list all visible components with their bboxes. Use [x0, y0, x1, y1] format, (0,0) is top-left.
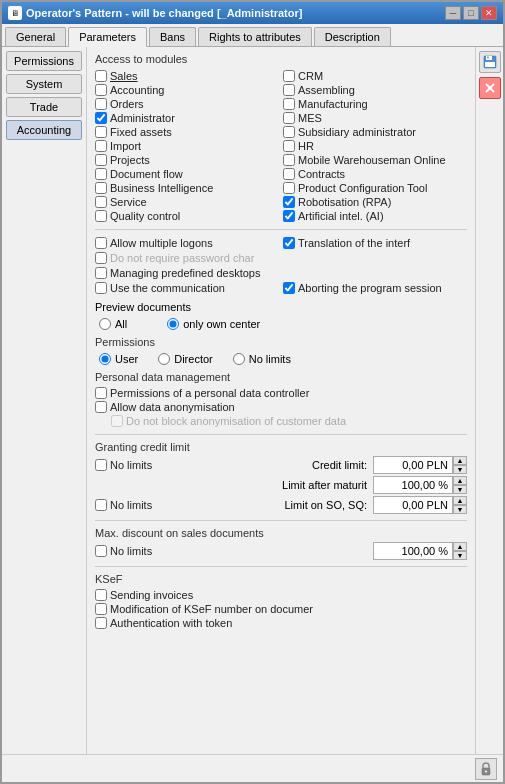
module-rpa-checkbox[interactable]: [283, 196, 295, 208]
module-ai-checkbox[interactable]: [283, 210, 295, 222]
module-administrator: Administrator: [95, 111, 279, 125]
module-import-checkbox[interactable]: [95, 140, 107, 152]
preview-all-radio[interactable]: [99, 318, 111, 330]
preview-docs-radios: All only own center: [95, 316, 467, 332]
module-manufacturing-label: Manufacturing: [298, 98, 368, 110]
module-docflow: Document flow: [95, 167, 279, 181]
ksef-auth-token: Authentication with token: [95, 616, 467, 630]
module-crm-checkbox[interactable]: [283, 70, 295, 82]
preview-all-option: All: [99, 316, 127, 332]
module-contracts: Contracts: [283, 167, 467, 181]
module-mobile-warehouse: Mobile Warehouseman Online: [283, 153, 467, 167]
ksef-modification-checkbox[interactable]: [95, 603, 107, 615]
preview-docs-section: Preview documents All only own center: [95, 301, 467, 332]
ksef-section: KSeF Sending invoices Modification of KS…: [95, 573, 467, 630]
module-fixed-assets-checkbox[interactable]: [95, 126, 107, 138]
perm-nolimits-radio[interactable]: [233, 353, 245, 365]
discount-nolimits-checkbox[interactable]: [95, 545, 107, 557]
discount-input[interactable]: [373, 542, 453, 560]
module-subsidiary-admin-checkbox[interactable]: [283, 126, 295, 138]
opt-abort-session-label: Aborting the program session: [298, 282, 442, 294]
module-quality-checkbox[interactable]: [95, 210, 107, 222]
module-import: Import: [95, 139, 279, 153]
opt-use-communication-checkbox[interactable]: [95, 282, 107, 294]
minimize-button[interactable]: ─: [445, 6, 461, 20]
preview-own-radio[interactable]: [167, 318, 179, 330]
credit-so-spin-up[interactable]: ▲: [453, 496, 467, 505]
credit-nolimits1-checkbox[interactable]: [95, 459, 107, 471]
left-btn-trade[interactable]: Trade: [6, 97, 82, 117]
module-sales-checkbox[interactable]: [95, 70, 107, 82]
discount-nolimits: No limits: [95, 544, 152, 558]
discount-spin-down[interactable]: ▼: [453, 551, 467, 560]
module-mobile-warehouse-checkbox[interactable]: [283, 154, 295, 166]
left-panel: Permissions System Trade Accounting: [2, 47, 87, 754]
module-manufacturing-checkbox[interactable]: [283, 98, 295, 110]
module-service-checkbox[interactable]: [95, 196, 107, 208]
credit-maturity-spin-down[interactable]: ▼: [453, 485, 467, 494]
credit-row2: Limit after maturit ▲ ▼: [95, 476, 467, 494]
opt-no-password-checkbox[interactable]: [95, 252, 107, 264]
module-mes-checkbox[interactable]: [283, 112, 295, 124]
module-projects-label: Projects: [110, 154, 150, 166]
left-btn-accounting[interactable]: Accounting: [6, 120, 82, 140]
no-block-anonymisation-checkbox[interactable]: [111, 415, 123, 427]
credit-maturity-spin-up[interactable]: ▲: [453, 476, 467, 485]
module-docflow-checkbox[interactable]: [95, 168, 107, 180]
module-contracts-checkbox[interactable]: [283, 168, 295, 180]
personal-data-title: Personal data management: [95, 371, 467, 383]
personal-data-controller-checkbox[interactable]: [95, 387, 107, 399]
credit-maturity-input[interactable]: [373, 476, 453, 494]
module-hr-checkbox[interactable]: [283, 140, 295, 152]
left-btn-system[interactable]: System: [6, 74, 82, 94]
module-fixed-assets: Fixed assets: [95, 125, 279, 139]
credit-limit-input[interactable]: [373, 456, 453, 474]
module-assembling-checkbox[interactable]: [283, 84, 295, 96]
allow-anonymisation-checkbox[interactable]: [95, 401, 107, 413]
ksef-auth-token-checkbox[interactable]: [95, 617, 107, 629]
module-import-label: Import: [110, 140, 141, 152]
perm-director-radio[interactable]: [158, 353, 170, 365]
module-accounting: Accounting: [95, 83, 279, 97]
module-bi-label: Business Intelligence: [110, 182, 213, 194]
tab-description[interactable]: Description: [314, 27, 391, 46]
delete-button[interactable]: [479, 77, 501, 99]
credit-maturity-spinner: ▲ ▼: [453, 476, 467, 494]
opt-translation-label: Translation of the interf: [298, 237, 410, 249]
module-mes: MES: [283, 111, 467, 125]
opt-translation-checkbox[interactable]: [283, 237, 295, 249]
tab-rights-attributes[interactable]: Rights to attributes: [198, 27, 312, 46]
credit-maturity-input-wrap: ▲ ▼: [373, 476, 467, 494]
max-discount-section: Max. discount on sales documents No limi…: [95, 527, 467, 560]
module-accounting-checkbox[interactable]: [95, 84, 107, 96]
title-controls: ─ □ ✕: [445, 6, 497, 20]
save-button[interactable]: [479, 51, 501, 73]
discount-spin-up[interactable]: ▲: [453, 542, 467, 551]
module-fixed-assets-label: Fixed assets: [110, 126, 172, 138]
credit-so-input[interactable]: [373, 496, 453, 514]
credit-limit-spin-up[interactable]: ▲: [453, 456, 467, 465]
opt-abort-session-checkbox[interactable]: [283, 282, 295, 294]
ksef-sending-checkbox[interactable]: [95, 589, 107, 601]
tab-general[interactable]: General: [5, 27, 66, 46]
module-pct: Product Configuration Tool: [283, 181, 467, 195]
close-window-button[interactable]: ✕: [481, 6, 497, 20]
tab-parameters[interactable]: Parameters: [68, 27, 147, 47]
module-projects-checkbox[interactable]: [95, 154, 107, 166]
opt-allow-multiple-checkbox[interactable]: [95, 237, 107, 249]
title-bar: 🖥 Operator's Pattern - will be changed […: [2, 2, 503, 24]
module-bi-checkbox[interactable]: [95, 182, 107, 194]
perm-user-radio[interactable]: [99, 353, 111, 365]
tab-bans[interactable]: Bans: [149, 27, 196, 46]
module-orders-checkbox[interactable]: [95, 98, 107, 110]
maximize-button[interactable]: □: [463, 6, 479, 20]
credit-nolimits2-checkbox[interactable]: [95, 499, 107, 511]
credit-so-spin-down[interactable]: ▼: [453, 505, 467, 514]
module-administrator-checkbox[interactable]: [95, 112, 107, 124]
left-btn-permissions[interactable]: Permissions: [6, 51, 82, 71]
credit-limit-spin-down[interactable]: ▼: [453, 465, 467, 474]
credit-nolimits2: No limits: [95, 498, 156, 512]
module-pct-checkbox[interactable]: [283, 182, 295, 194]
opt-manage-desktops-checkbox[interactable]: [95, 267, 107, 279]
lock-button[interactable]: [475, 758, 497, 780]
